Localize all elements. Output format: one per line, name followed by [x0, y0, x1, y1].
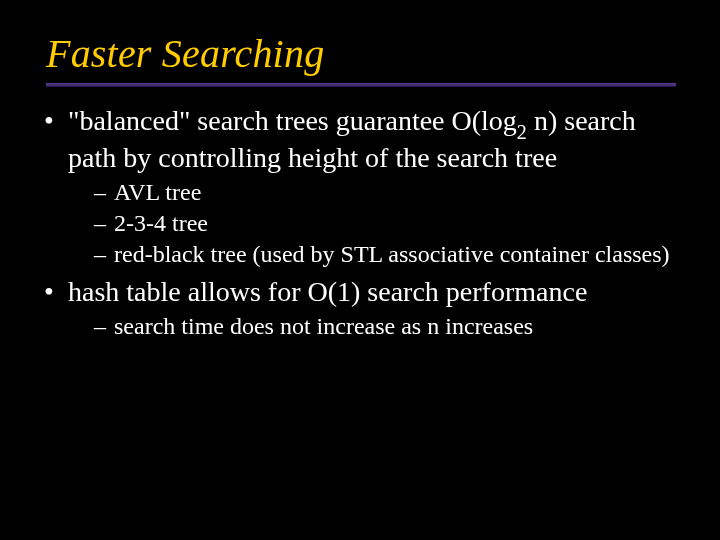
bullet-2-sub-1: search time does not increase as n incre… [94, 312, 676, 341]
bullet-1-sublist: AVL tree 2-3-4 tree red-black tree (used… [68, 178, 676, 270]
slide: Faster Searching "balanced" search trees… [0, 0, 720, 540]
bullet-1-sub-1: AVL tree [94, 178, 676, 207]
bullet-2-sublist: search time does not increase as n incre… [68, 312, 676, 341]
bullet-2-text: hash table allows for O(1) search perfor… [68, 276, 587, 307]
bullet-2: hash table allows for O(1) search perfor… [44, 276, 676, 341]
bullet-1: "balanced" search trees guarantee O(log2… [44, 105, 676, 270]
bullet-1-sub-3: red-black tree (used by STL associative … [94, 240, 676, 269]
bullet-1-subscript: 2 [517, 121, 527, 143]
bullet-list: "balanced" search trees guarantee O(log2… [44, 105, 676, 341]
bullet-1-text-pre: "balanced" search trees guarantee O(log [68, 105, 517, 136]
bullet-1-sub-2: 2-3-4 tree [94, 209, 676, 238]
slide-title: Faster Searching [46, 30, 676, 77]
title-underline [46, 83, 676, 87]
